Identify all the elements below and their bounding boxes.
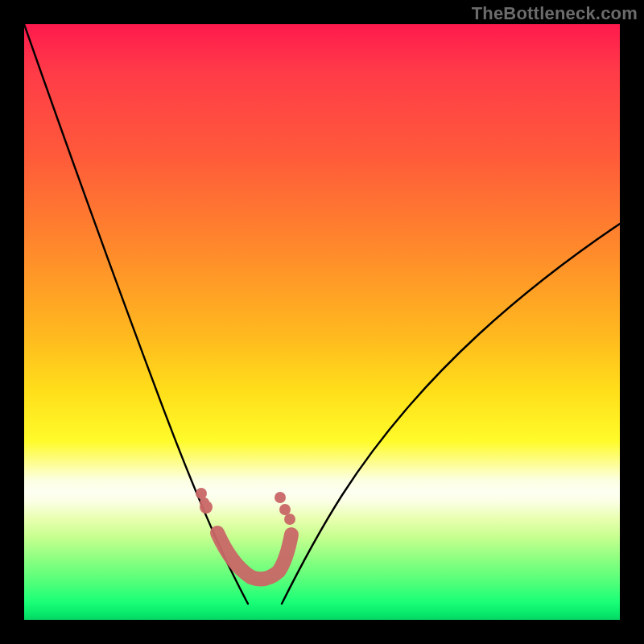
- plot-area: [24, 24, 620, 620]
- marker-band: [217, 533, 291, 579]
- svg-point-2: [200, 501, 213, 514]
- chart-svg: [24, 24, 620, 620]
- right-curve: [282, 224, 620, 604]
- svg-point-4: [279, 504, 291, 515]
- svg-point-5: [284, 514, 295, 525]
- watermark-text: TheBottleneck.com: [472, 3, 638, 24]
- svg-point-0: [196, 488, 207, 499]
- left-curve: [24, 24, 248, 604]
- chart-frame: TheBottleneck.com: [0, 0, 644, 644]
- marker-dots: [196, 488, 295, 525]
- svg-point-3: [275, 492, 286, 503]
